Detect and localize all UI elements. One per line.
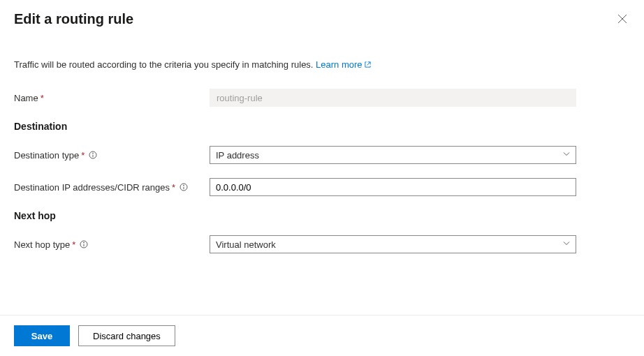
destination-type-value: IP address: [216, 150, 259, 161]
external-link-icon: [364, 60, 372, 71]
destination-cidr-label: Destination IP addresses/CIDR ranges*: [14, 182, 210, 193]
required-indicator: *: [41, 93, 44, 103]
description-body: Traffic will be routed according to the …: [14, 59, 316, 70]
required-indicator: *: [172, 182, 175, 193]
save-button[interactable]: Save: [14, 325, 70, 346]
name-input: [210, 89, 576, 107]
page-title: Edit a routing rule: [14, 11, 133, 27]
svg-point-8: [184, 185, 184, 186]
destination-cidr-label-text: Destination IP addresses/CIDR ranges: [14, 182, 170, 193]
svg-point-5: [93, 153, 94, 154]
destination-cidr-input[interactable]: [210, 178, 576, 196]
info-icon[interactable]: [89, 151, 97, 159]
required-indicator: *: [72, 239, 75, 250]
info-icon[interactable]: [180, 183, 188, 191]
next-hop-type-value: Virtual network: [216, 239, 276, 250]
name-label-text: Name: [14, 93, 38, 103]
discard-button[interactable]: Discard changes: [78, 325, 175, 346]
next-hop-type-select[interactable]: Virtual network: [210, 235, 576, 253]
next-hop-type-label-text: Next hop type: [14, 239, 70, 250]
destination-type-label: Destination type*: [14, 150, 210, 161]
learn-more-label: Learn more: [316, 59, 362, 70]
close-button[interactable]: [615, 11, 630, 29]
name-label: Name*: [14, 93, 210, 103]
info-icon[interactable]: [80, 240, 88, 249]
destination-type-select[interactable]: IP address: [210, 146, 576, 164]
close-icon: [617, 14, 627, 26]
destination-type-label-text: Destination type: [14, 150, 79, 161]
learn-more-link[interactable]: Learn more: [316, 59, 371, 70]
destination-heading: Destination: [14, 121, 630, 132]
next-hop-type-label: Next hop type*: [14, 239, 210, 250]
svg-point-11: [84, 242, 85, 243]
description-text: Traffic will be routed according to the …: [14, 59, 630, 71]
required-indicator: *: [81, 150, 85, 161]
next-hop-heading: Next hop: [14, 210, 630, 221]
svg-line-2: [367, 62, 370, 66]
